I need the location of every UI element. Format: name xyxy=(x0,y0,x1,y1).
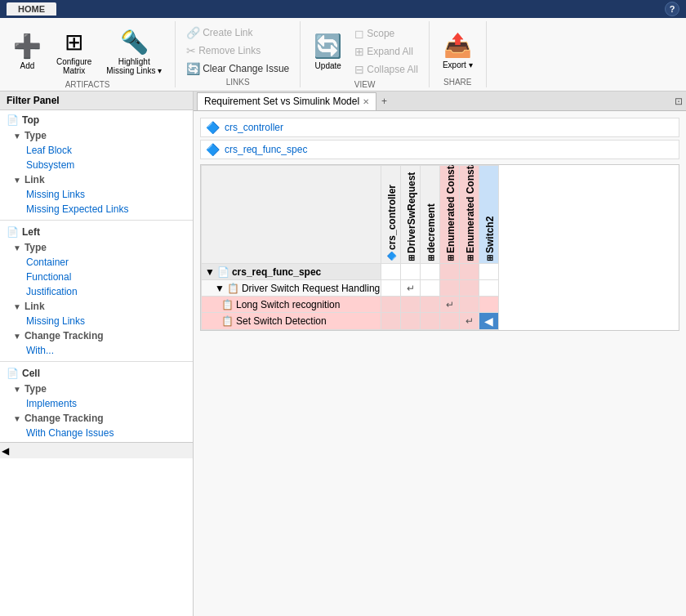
cell-crs-req-6[interactable] xyxy=(479,264,499,280)
cell-long-2[interactable] xyxy=(401,297,421,313)
cell-crs-req-2[interactable] xyxy=(401,264,421,280)
filter-type-header3[interactable]: ▼ Type xyxy=(0,382,193,396)
collapse-all-button[interactable]: ⊟ Collapse All xyxy=(350,61,422,78)
cell-set-4[interactable] xyxy=(440,313,460,330)
filter-justification[interactable]: Justification xyxy=(0,284,193,299)
remove-links-button[interactable]: ✂ Remove Links xyxy=(182,42,293,59)
matrix-table: 🔷 crs_controller ⊞ DriverSwRequest xyxy=(201,165,499,330)
cell-long-1[interactable] xyxy=(381,297,401,313)
active-tab[interactable]: Requirement Set vs Simulink Model ✕ xyxy=(197,92,376,110)
matrix-col-header-switch2: ⊞ Switch2 xyxy=(479,166,499,264)
row-header-set-switch[interactable]: 📋 Set Switch Detection xyxy=(202,313,381,330)
home-tab[interactable]: HOME xyxy=(7,2,56,16)
filter-leaf-block[interactable]: Leaf Block xyxy=(0,143,193,158)
col-icon6: ⊞ xyxy=(485,255,494,261)
collapse-icon[interactable]: ▼ xyxy=(205,266,215,278)
filter-left-item[interactable]: 📄 Left xyxy=(0,224,193,240)
artifact-icon2: 🔷 xyxy=(206,143,220,156)
export-button[interactable]: 📤 Export ▾ xyxy=(436,23,479,78)
tab-label: Requirement Set vs Simulink Model xyxy=(204,96,359,107)
filter-container[interactable]: Container xyxy=(0,255,193,270)
highlight-label: HighlightMissing Links ▾ xyxy=(106,57,162,75)
cell-driver-2[interactable]: ↵ xyxy=(401,280,421,297)
cell-set-1[interactable] xyxy=(381,313,401,330)
row-header-driver-switch[interactable]: ▼ 📋 Driver Switch Request Handling xyxy=(202,280,381,297)
row-label-set-switch: Set Switch Detection xyxy=(236,315,327,327)
highlight-missing-links-button[interactable]: 🔦 HighlightMissing Links ▾ xyxy=(100,23,168,80)
expand-all-button[interactable]: ⊞ Expand All xyxy=(350,43,422,60)
cell-long-5[interactable] xyxy=(460,297,479,313)
artifact-crs-controller[interactable]: 🔷 crs_controller xyxy=(200,118,679,137)
filter-link-header[interactable]: ▼ Link xyxy=(0,172,193,187)
filter-with-change-top[interactable]: With... xyxy=(0,343,193,358)
ribbon-artifacts-col: ➕ Add ⊞ ConfigureMatrix 🔦 HighlightMissi… xyxy=(3,21,172,88)
tab-maximize-button[interactable]: ⊡ xyxy=(675,96,683,107)
filter-change-tracking-header[interactable]: ▼ Change Tracking xyxy=(0,328,193,343)
filter-missing-links[interactable]: Missing Links xyxy=(0,187,193,202)
filter-cell-section: 📄 Cell ▼ Type Implements ▼ Change Tracki… xyxy=(0,364,193,442)
left-page-icon: 📄 xyxy=(7,226,19,238)
col-icon2: ⊞ xyxy=(407,255,416,261)
cell-label: Cell xyxy=(22,368,40,379)
filter-functional[interactable]: Functional xyxy=(0,270,193,284)
filter-link-header2[interactable]: ▼ Link xyxy=(0,299,193,314)
cell-driver-6[interactable] xyxy=(479,280,499,297)
create-link-button[interactable]: 🔗 Create Link xyxy=(182,25,293,41)
tab-add-button[interactable]: + xyxy=(376,94,392,109)
clear-change-issue-button[interactable]: 🔄 Clear Change Issue xyxy=(182,60,293,77)
tab-close-icon[interactable]: ✕ xyxy=(363,97,369,106)
cell-long-6[interactable] xyxy=(479,297,499,313)
filter-type-header2[interactable]: ▼ Type xyxy=(0,240,193,255)
cell-set-2[interactable] xyxy=(401,313,421,330)
row-label-long-switch: Long Switch recognition xyxy=(236,299,340,310)
help-button[interactable]: ? xyxy=(665,2,679,16)
cell-crs-req-4[interactable] xyxy=(440,264,460,280)
cell-driver-4[interactable] xyxy=(440,280,460,297)
link-label: Link xyxy=(24,174,45,185)
add-label: Add xyxy=(20,61,35,70)
ribbon: ➕ Add ⊞ ConfigureMatrix 🔦 HighlightMissi… xyxy=(0,18,686,92)
filter-top-item[interactable]: 📄 Top xyxy=(0,112,193,128)
cell-long-4[interactable]: ↵ xyxy=(440,297,460,313)
matrix-col-header-decrement: ⊞ decrement xyxy=(421,166,440,264)
type-label3: Type xyxy=(24,383,47,395)
create-link-icon: 🔗 xyxy=(186,26,200,39)
cell-set-5[interactable]: ↵ xyxy=(460,313,479,330)
filter-missing-links2[interactable]: Missing Links xyxy=(0,314,193,328)
collapse-icon2[interactable]: ▼ xyxy=(215,283,225,294)
divider1 xyxy=(0,220,193,221)
triangle-down-icon5: ▼ xyxy=(13,332,21,341)
cell-crs-req-1[interactable] xyxy=(381,264,401,280)
ribbon-share-section: 📤 Export ▾ SHARE xyxy=(430,21,487,87)
scope-button[interactable]: ◻ Scope xyxy=(350,25,422,42)
update-button[interactable]: 🔄 Update xyxy=(307,23,349,80)
cell-set-6[interactable]: ◀ xyxy=(479,313,499,330)
filter-change-tracking-header2[interactable]: ▼ Change Tracking xyxy=(0,411,193,426)
filter-cell-item[interactable]: 📄 Cell xyxy=(0,365,193,382)
cell-set-3[interactable] xyxy=(421,313,440,330)
cell-driver-1[interactable] xyxy=(381,280,401,297)
doc-icon: 📄 xyxy=(217,266,229,278)
artifact-crs-req-func-spec[interactable]: 🔷 crs_req_func_spec xyxy=(200,140,679,159)
cell-crs-req-3[interactable] xyxy=(421,264,440,280)
filter-type-header[interactable]: ▼ Type xyxy=(0,128,193,143)
configure-matrix-button[interactable]: ⊞ ConfigureMatrix xyxy=(50,23,98,80)
filter-implements[interactable]: Implements xyxy=(0,396,193,411)
row-header-crs-req[interactable]: ▼ 📄 crs_req_func_spec xyxy=(202,264,381,280)
scope-icon: ◻ xyxy=(354,27,364,40)
col-label5: Enumerated Constant2 xyxy=(464,164,475,253)
cell-long-3[interactable] xyxy=(421,297,440,313)
artifact-icon1: 🔷 xyxy=(206,121,220,134)
cell-driver-5[interactable] xyxy=(460,280,479,297)
cell-driver-3[interactable] xyxy=(421,280,440,297)
filter-with-change-issues[interactable]: With Change Issues xyxy=(0,426,193,440)
add-button[interactable]: ➕ Add xyxy=(7,23,48,80)
triangle-down-icon7: ▼ xyxy=(13,414,21,423)
filter-missing-expected-links[interactable]: Missing Expected Links xyxy=(0,202,193,216)
col-icon5: ⊞ xyxy=(466,255,474,261)
cell-crs-req-5[interactable] xyxy=(460,264,479,280)
scope-label: Scope xyxy=(367,28,394,39)
nav-left-arrow[interactable]: ◀ xyxy=(0,445,11,457)
filter-subsystem[interactable]: Subsystem xyxy=(0,158,193,172)
row-header-long-switch[interactable]: 📋 Long Switch recognition xyxy=(202,297,381,313)
